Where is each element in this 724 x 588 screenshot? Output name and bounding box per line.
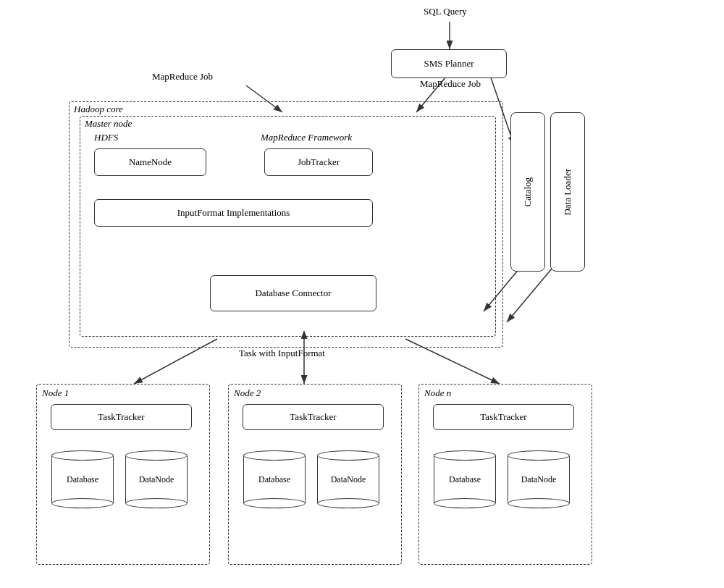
database-connector-box: Database Connector [210,275,376,311]
inputformat-box: InputFormat Implementations [94,199,373,227]
hdfs-label: HDFS [94,132,118,143]
mapreduce-framework-label: MapReduce Framework [261,132,352,143]
catalog-box: Catalog [510,112,545,272]
node2-tasktracker-box: TaskTracker [243,404,384,430]
noden-tasktracker-box: TaskTracker [433,404,574,430]
noden-datanode: DataNode [507,448,571,505]
node2-database: Database [243,448,306,505]
noden-database: Database [433,448,497,505]
node2-datanode: DataNode [316,448,380,505]
jobtracker-box: JobTracker [264,148,373,176]
node1-tasktracker-box: TaskTracker [51,404,192,430]
task-inputformat-label: Task with InputFormat [239,348,325,359]
namenode-box: NameNode [94,148,206,176]
sms-planner-box: SMS Planner [391,49,507,78]
mapreduce-job-top-label: MapReduce Job [152,71,213,83]
node1-database: Database [51,448,114,505]
sql-query-label: SQL Query [424,6,467,17]
node1-label: Node 1 [42,387,69,399]
svg-line-7 [507,268,552,322]
diagram: SQL Query SMS Planner MapReduce Job MapR… [0,0,724,588]
data-loader-box: Data Loader [550,112,585,272]
hadoop-core-label: Hadoop core [74,104,123,115]
node2-label: Node 2 [234,387,261,399]
master-node-label: Master node [85,118,132,130]
node1-datanode: DataNode [125,448,188,505]
noden-label: Node n [424,387,451,399]
mapreduce-job-right-label: MapReduce Job [420,78,481,90]
